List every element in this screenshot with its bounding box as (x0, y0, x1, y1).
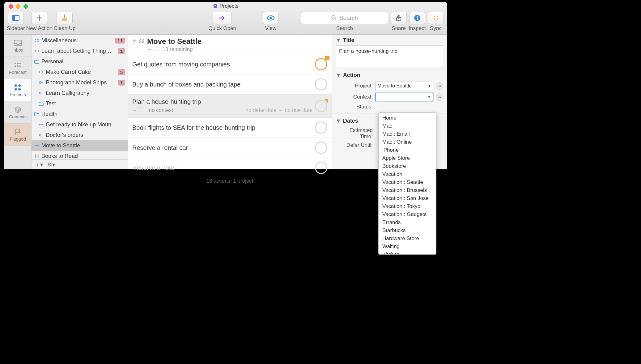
project-item[interactable]: Doctor's orders (32, 130, 128, 140)
share-label: Share (392, 25, 405, 32)
new-action-button[interactable] (31, 12, 47, 24)
broom-icon (61, 14, 68, 22)
svg-point-45 (37, 156, 39, 158)
context-option[interactable]: Vacation : San Jose (379, 194, 436, 202)
close-window-button[interactable] (9, 4, 13, 9)
search-placeholder: Search (339, 15, 358, 21)
context-option[interactable]: Vacation : Seattle (379, 178, 436, 186)
rail-projects[interactable]: Projects (4, 79, 31, 101)
task-row[interactable]: Plan a house-hunting trip＋▤ ·no contextn… (128, 94, 332, 117)
context-option[interactable]: Bookstore (379, 162, 436, 170)
context-option[interactable]: Vacation : Gadgets (379, 210, 436, 218)
context-option[interactable]: Starbucks (379, 226, 436, 235)
inspector-section-title[interactable]: ▼ Title (332, 35, 447, 45)
svg-point-33 (40, 82, 40, 83)
project-item[interactable]: Move to Seattle (32, 140, 128, 151)
project-item[interactable]: Learn Calligraphy (32, 88, 128, 98)
svg-point-31 (42, 71, 43, 73)
rail-forecast[interactable]: Forecast (4, 57, 31, 79)
svg-rect-13 (17, 63, 19, 64)
project-label: Photograph Model Ships (46, 79, 107, 86)
goto-project-button[interactable]: ➜ (436, 82, 443, 90)
context-option[interactable]: Mac : Online (379, 138, 436, 146)
project-item[interactable]: Make Carrot Cake5 (32, 67, 128, 77)
sync-button[interactable] (428, 12, 444, 24)
inspector-title-field[interactable]: Plan a house-hunting trip (336, 45, 443, 67)
task-checkbox[interactable] (315, 162, 327, 174)
project-item[interactable]: Photograph Model Ships1 (32, 77, 128, 88)
task-row[interactable]: Reserve a rental car (128, 138, 332, 158)
rail-contexts[interactable]: @ Contexts (4, 101, 31, 124)
outline-title[interactable]: Move to Seattle (147, 37, 202, 46)
rail-contexts-label: Contexts (9, 114, 27, 119)
context-option[interactable]: iPhone (379, 146, 436, 154)
project-label: Books to Read (41, 153, 78, 159)
status-text: 13 actions, 1 project (206, 178, 253, 184)
svg-rect-3 (64, 15, 65, 18)
task-checkbox[interactable] (315, 121, 327, 134)
clean-up-button[interactable] (57, 12, 73, 24)
eye-icon (267, 15, 275, 21)
project-type-icon (138, 38, 144, 43)
plus-icon (36, 15, 42, 21)
flag-indicator (324, 99, 328, 103)
context-option[interactable]: Mac : Email (379, 130, 436, 138)
project-item[interactable]: Learn about Getting Thing…1 (32, 46, 128, 56)
traffic-lights (9, 4, 28, 9)
task-checkbox[interactable] (315, 58, 327, 70)
project-folder[interactable]: Personal (32, 56, 128, 67)
zoom-window-button[interactable] (23, 4, 28, 9)
minimize-window-button[interactable] (16, 4, 20, 9)
rail-inbox-label: Inbox (12, 48, 23, 53)
task-row[interactable]: Book flights to SEA for the house-huntin… (128, 117, 332, 138)
task-checkbox[interactable] (315, 78, 327, 91)
project-item[interactable]: Get ready to hike up Moun… (32, 119, 128, 130)
disclosure-icon[interactable] (132, 38, 137, 43)
inspector-section-action[interactable]: ▼ Action (332, 70, 447, 80)
context-option[interactable]: Kitchen (379, 251, 436, 255)
titlebar: Projects (4, 2, 447, 11)
task-checkbox[interactable] (315, 142, 327, 154)
context-option[interactable]: Hardware Store (379, 235, 436, 243)
context-option[interactable]: Apple Store (379, 154, 436, 162)
task-title: Book flights to SEA for the house-huntin… (132, 124, 312, 131)
sidebar-toggle-button[interactable] (8, 12, 24, 24)
quick-open-button[interactable] (213, 12, 232, 24)
svg-point-25 (37, 39, 39, 40)
task-checkbox[interactable] (315, 100, 327, 112)
rail-inbox[interactable]: Inbox (4, 35, 31, 57)
task-row[interactable]: Buy a bunch of boxes and packing tape (128, 74, 332, 94)
inspector-context-combo[interactable]: ▼ (375, 93, 433, 101)
inspector-context-label: Context: (336, 94, 373, 100)
project-item[interactable]: Books to Read (32, 151, 128, 159)
context-option[interactable]: Vacation : Tokyo (379, 202, 436, 210)
inspect-button[interactable] (409, 12, 425, 24)
project-gear-button[interactable]: ⚙︎▾ (47, 161, 55, 168)
context-option[interactable]: Vacation : Brussels (379, 186, 436, 194)
view-button[interactable] (263, 12, 279, 24)
project-folder[interactable]: Health (32, 109, 128, 119)
svg-point-28 (35, 50, 36, 52)
context-option[interactable]: Mac (379, 122, 436, 130)
rail-flagged[interactable]: Flagged (4, 124, 31, 146)
goto-context-button[interactable]: ➜ (436, 93, 443, 101)
svg-rect-14 (19, 63, 21, 64)
svg-point-29 (38, 50, 39, 52)
outline-subtitle: ＋▤ · 13 remaining (147, 46, 202, 53)
context-option[interactable]: Home (379, 114, 436, 122)
project-item[interactable]: Miscellaneous11 (32, 35, 128, 46)
add-project-button[interactable]: ＋▾ (35, 161, 43, 168)
svg-point-43 (37, 154, 39, 156)
search-field[interactable]: Search (301, 12, 388, 24)
task-row[interactable]: Reserve a hotel r (128, 158, 332, 178)
inspector-project-combo[interactable]: Move to Seattle ▼ (375, 82, 433, 90)
sequential-icon (38, 70, 44, 74)
context-option[interactable]: Errands (379, 218, 436, 226)
project-folder[interactable]: Test (32, 98, 128, 109)
context-option[interactable]: Waiting (379, 243, 436, 251)
task-row[interactable]: Get quotes from moving companies (128, 54, 332, 74)
context-dropdown[interactable]: HomeMacMac : EmailMac : OnlineiPhoneAppl… (378, 112, 436, 255)
context-option[interactable]: Vacation (379, 170, 436, 178)
share-button[interactable] (391, 12, 407, 24)
svg-point-19 (18, 84, 21, 87)
